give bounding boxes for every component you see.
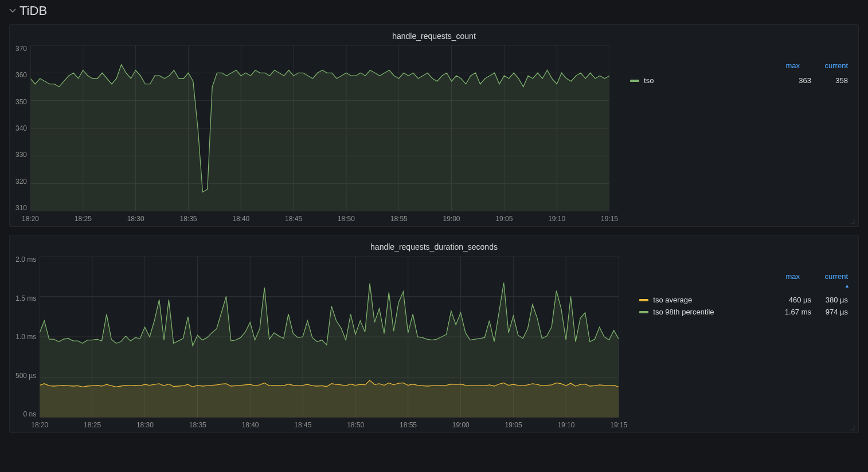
chart-svg — [30, 45, 609, 211]
legend: max current▲ tso average 460 µs 380 µs t… — [623, 256, 853, 429]
chart-svg — [40, 256, 619, 418]
legend-header-current[interactable]: current▲ — [811, 272, 848, 289]
row-header[interactable]: ⋮⋮ TiDB — [0, 0, 868, 24]
legend-header-max[interactable]: max — [763, 61, 800, 70]
plot-area[interactable]: 2.0 ms1.5 ms1.0 ms500 µs0 ns 18:2018:251… — [15, 256, 619, 429]
panel-handle-requests-duration: handle_requests_duration_seconds 2.0 ms1… — [9, 235, 859, 433]
legend-header-current[interactable]: current — [811, 61, 848, 70]
legend-name: tso 98th percentile — [653, 308, 775, 316]
chevron-down-icon — [9, 7, 16, 14]
legend-max: 1.67 ms — [775, 308, 811, 316]
x-axis: 18:2018:2518:3018:3518:4018:4518:5018:55… — [30, 211, 609, 223]
legend-row[interactable]: tso 363 358 — [630, 74, 848, 86]
x-axis: 18:2018:2518:3018:3518:4018:4518:5018:55… — [40, 418, 619, 429]
panel-title[interactable]: handle_requests_duration_seconds — [15, 240, 853, 256]
legend-swatch — [639, 299, 648, 301]
plot-area[interactable]: 370360350340330320310 18:2018:2518:3018:… — [15, 45, 609, 223]
legend-name: tso average — [653, 296, 775, 304]
legend-current: 358 — [811, 76, 848, 85]
legend-header-max[interactable]: max — [763, 272, 800, 289]
legend-swatch — [639, 311, 648, 313]
legend-current: 380 µs — [811, 296, 848, 304]
legend-max: 363 — [775, 76, 811, 85]
y-axis: 370360350340330320310 — [15, 45, 30, 211]
legend-swatch — [630, 80, 639, 82]
legend-max: 460 µs — [775, 296, 811, 304]
y-axis: 2.0 ms1.5 ms1.0 ms500 µs0 ns — [15, 256, 40, 418]
resize-handle-icon[interactable] — [848, 217, 855, 224]
legend-name: tso — [644, 76, 775, 85]
panel-handle-requests-count: handle_requests_count 370360350340330320… — [9, 24, 859, 227]
panel-title[interactable]: handle_requests_count — [15, 29, 853, 45]
resize-handle-icon[interactable] — [848, 423, 855, 430]
legend-row[interactable]: tso average 460 µs 380 µs — [639, 294, 848, 306]
legend-row[interactable]: tso 98th percentile 1.67 ms 974 µs — [639, 306, 848, 318]
row-title: TiDB — [19, 3, 47, 18]
legend: max current tso 363 358 — [614, 45, 853, 223]
legend-current: 974 µs — [811, 308, 848, 316]
sort-asc-icon: ▲ — [813, 283, 850, 289]
